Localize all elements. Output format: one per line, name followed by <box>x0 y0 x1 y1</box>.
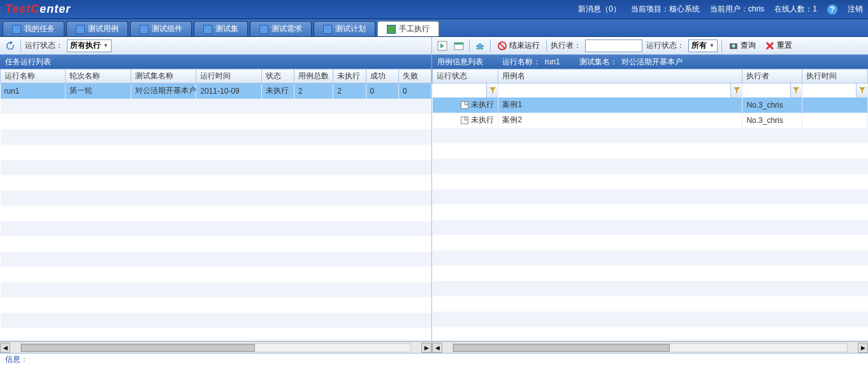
tab-icon <box>76 25 85 34</box>
empty-row <box>433 311 868 327</box>
column-header[interactable]: 状态 <box>261 69 294 83</box>
column-header[interactable]: 测试集名称 <box>131 69 196 83</box>
tab-0[interactable]: 我的任务 <box>3 21 64 36</box>
empty-row <box>433 128 868 143</box>
current-project: 当前项目：核心系统 <box>631 4 700 15</box>
tab-icon <box>323 25 332 34</box>
open-icon[interactable] <box>452 39 465 52</box>
tab-2[interactable]: 测试组件 <box>130 21 192 36</box>
tab-icon <box>140 25 148 34</box>
main-tabs: 我的任务测试用例测试组件测试集测试需求测试计划手工执行 <box>0 19 868 37</box>
new-messages[interactable]: 新消息（0） <box>578 4 621 15</box>
filter-icon[interactable] <box>486 83 498 97</box>
tab-label: 测试集 <box>215 24 238 34</box>
empty-row <box>1 129 431 145</box>
column-header[interactable]: 运行状态 <box>433 69 498 83</box>
tab-icon <box>259 25 268 34</box>
empty-row <box>1 221 431 236</box>
empty-row <box>1 282 431 297</box>
help-icon[interactable]: ? <box>827 4 837 15</box>
tab-label: 手工执行 <box>399 24 430 34</box>
filter-icon[interactable] <box>730 83 742 97</box>
empty-row <box>1 160 431 175</box>
filter-icon[interactable] <box>856 83 867 97</box>
column-header[interactable]: 运行时间 <box>196 69 261 83</box>
empty-row <box>1 252 431 267</box>
table-row[interactable]: 未执行案例2No.3_chris <box>433 113 868 128</box>
right-panel-title: 用例信息列表 运行名称： run1 测试集名： 对公活期开基本户 <box>432 55 868 69</box>
app-header: TestCenter 新消息（0） 当前项目：核心系统 当前用户：chris 在… <box>0 0 868 19</box>
empty-row <box>433 250 868 266</box>
column-header[interactable]: 轮次名称 <box>66 69 131 83</box>
column-header[interactable]: 用例名 <box>498 69 742 83</box>
logout-link[interactable]: 注销 <box>848 4 863 15</box>
tab-label: 测试需求 <box>271 24 302 34</box>
table-row[interactable]: 未执行案例1No.3_chris <box>433 97 868 113</box>
executor-input[interactable] <box>585 39 642 52</box>
left-toolbar: 运行状态： 所有执行 <box>0 37 431 55</box>
svg-line-5 <box>482 46 484 46</box>
refresh-icon[interactable] <box>4 39 17 52</box>
end-run-button[interactable]: 结束运行 <box>495 40 542 51</box>
filter-input[interactable] <box>433 84 487 97</box>
column-header[interactable]: 未执行 <box>333 69 366 83</box>
tab-icon <box>203 25 212 34</box>
tab-label: 测试组件 <box>152 24 182 34</box>
tab-4[interactable]: 测试需求 <box>250 21 312 36</box>
right-panel: 结束运行 执行者： 运行状态： 所有 查询 重置 用例信息列表 运行名称： ru… <box>432 37 868 353</box>
svg-line-6 <box>477 48 478 49</box>
executor-label: 执行者： <box>551 40 581 51</box>
svg-line-9 <box>500 43 505 48</box>
column-header[interactable]: 运行名称 <box>1 69 66 83</box>
empty-row <box>433 296 868 311</box>
status-filter-label: 运行状态： <box>25 40 63 51</box>
tab-1[interactable]: 测试用例 <box>66 21 128 36</box>
column-header[interactable]: 成功 <box>366 69 398 83</box>
column-header[interactable]: 失败 <box>398 69 431 83</box>
empty-row <box>433 204 868 220</box>
filter-input[interactable] <box>742 84 790 97</box>
reset-button[interactable]: 重置 <box>762 40 795 51</box>
left-hscroll[interactable]: ◀▶ <box>0 341 431 353</box>
empty-row <box>433 281 868 296</box>
empty-row <box>1 190 431 206</box>
empty-row <box>433 220 868 235</box>
column-header[interactable]: 执行时间 <box>802 69 868 83</box>
empty-row <box>1 267 431 282</box>
column-header[interactable]: 执行者 <box>742 69 802 83</box>
execute-icon[interactable] <box>436 39 449 52</box>
empty-row <box>1 99 431 114</box>
right-status-select[interactable]: 所有 <box>688 39 718 52</box>
status-bar: 信息： <box>0 353 868 366</box>
query-button[interactable]: 查询 <box>726 40 758 51</box>
bug-icon[interactable] <box>474 39 486 52</box>
tab-5[interactable]: 测试计划 <box>314 21 375 36</box>
right-toolbar: 结束运行 执行者： 运行状态： 所有 查询 重置 <box>432 37 868 55</box>
empty-row <box>1 206 431 221</box>
empty-row <box>433 235 868 250</box>
table-row[interactable]: run1第一轮对公活期开基本户2011-10-09未执行2200 <box>1 83 431 99</box>
filter-input[interactable] <box>802 84 857 97</box>
right-status-label: 运行状态： <box>646 40 684 51</box>
tab-3[interactable]: 测试集 <box>194 21 248 36</box>
empty-row <box>433 159 868 174</box>
tab-icon <box>387 25 396 34</box>
tab-label: 我的任务 <box>24 24 55 34</box>
task-run-grid[interactable]: 运行名称轮次名称测试集名称运行时间状态用例总数未执行成功失败run1第一轮对公活… <box>0 69 431 341</box>
column-header[interactable]: 用例总数 <box>294 69 333 83</box>
tab-label: 测试用例 <box>88 24 119 34</box>
left-panel-title: 任务运行列表 <box>0 55 431 69</box>
svg-point-11 <box>732 44 735 47</box>
tab-icon <box>12 25 21 34</box>
status-filter-select[interactable]: 所有执行 <box>67 39 112 52</box>
app-logo: TestCenter <box>5 3 71 16</box>
filter-icon[interactable] <box>790 83 802 97</box>
empty-row <box>1 313 431 328</box>
filter-input[interactable] <box>498 84 730 97</box>
empty-row <box>433 174 868 189</box>
case-info-grid[interactable]: 运行状态用例名执行者执行时间未执行案例1No.3_chris未执行案例2No.3… <box>432 69 868 341</box>
tab-6[interactable]: 手工执行 <box>377 21 439 36</box>
online-count: 在线人数：1 <box>774 4 817 15</box>
right-hscroll[interactable]: ◀▶ <box>432 341 868 353</box>
filter-row <box>433 83 868 97</box>
